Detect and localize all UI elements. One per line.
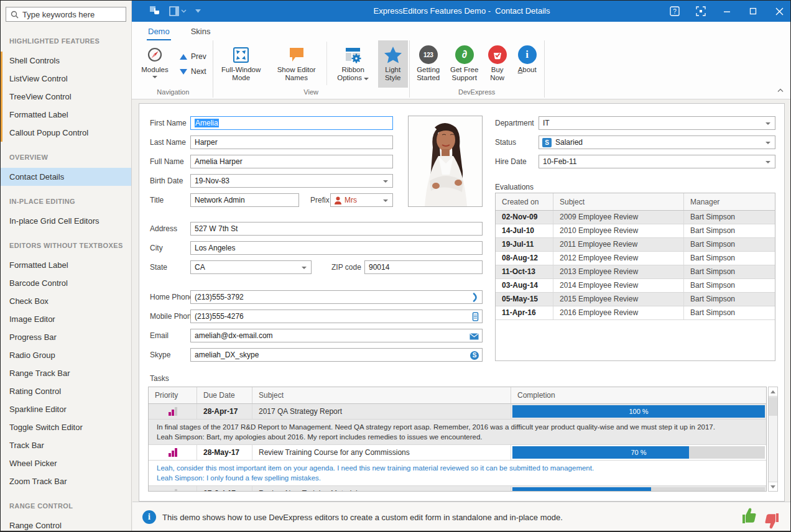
modules-button[interactable]: Modules xyxy=(135,40,175,88)
dropdown-arrow-icon[interactable] xyxy=(383,180,388,183)
sidebar-item-check-box[interactable]: Check Box xyxy=(1,292,131,310)
evaluation-row[interactable]: 08-Aug-122012 Employee ReviewBart Simpso… xyxy=(496,252,775,265)
help-icon[interactable]: ? xyxy=(670,6,680,16)
hire-date-combo[interactable]: 10-Feb-11 xyxy=(539,155,775,168)
department-combo[interactable]: IT xyxy=(539,116,775,130)
window-buttons: ? xyxy=(670,1,784,22)
get-free-support-button[interactable]: ∂ Get Free Support xyxy=(446,40,483,88)
sidebar-item-image-editor[interactable]: Image Editor xyxy=(1,310,131,328)
task-row[interactable]: 28-May-17Review Training Course for any … xyxy=(149,445,766,461)
full-window-mode-button[interactable]: Full-Window Mode xyxy=(215,40,268,88)
scrollbar-thumb[interactable] xyxy=(769,397,777,416)
sidebar-item-in-place-grid-cell-editors[interactable]: In-place Grid Cell Editors xyxy=(1,212,131,230)
toolbar-dropdown-icon[interactable] xyxy=(181,9,187,13)
evaluation-row[interactable]: 05-May-152015 Employee ReviewBart Simpso… xyxy=(496,293,775,306)
sidebar-item-treeview-control[interactable]: TreeView Control xyxy=(1,88,131,106)
collapse-ribbon-icon[interactable] xyxy=(777,84,784,95)
state-combo[interactable]: CA xyxy=(190,260,312,274)
state-label: State xyxy=(150,260,167,274)
sidebar-item-track-bar[interactable]: Track Bar xyxy=(1,436,131,454)
sidebar-item-progress-bar[interactable]: Progress Bar xyxy=(1,328,131,346)
city-input[interactable]: Los Angeles xyxy=(190,241,483,255)
eval-subject-cell: 2010 Employee Review xyxy=(553,224,684,237)
ribbon-options-button[interactable]: Ribbon Options xyxy=(328,40,378,88)
evaluation-row[interactable]: 03-Aug-142014 Employee ReviewBart Simpso… xyxy=(496,279,775,293)
sidebar-item-zoom-track-bar[interactable]: Zoom Track Bar xyxy=(1,472,131,490)
fullscreen-icon[interactable] xyxy=(696,6,706,16)
dropdown-arrow-icon[interactable] xyxy=(302,267,307,269)
evaluation-row[interactable]: 11-Oct-132013 Employee ReviewBart Simpso… xyxy=(496,265,775,279)
sidebar-item-shell-controls[interactable]: Shell Controls xyxy=(1,52,131,70)
tab-demo[interactable]: Demo xyxy=(147,24,171,40)
close-icon[interactable] xyxy=(774,6,784,16)
footer-bar: i This demo shows how to use DevExpress … xyxy=(132,502,791,531)
about-button[interactable]: i About xyxy=(512,40,543,88)
evaluation-row[interactable]: 19-Jul-112011 Employee ReviewBart Simpso… xyxy=(496,238,775,252)
thumbs-up-icon[interactable] xyxy=(741,507,758,526)
evaluation-row[interactable]: 14-Jul-102010 Employee ReviewBart Simpso… xyxy=(496,224,775,238)
search-input[interactable] xyxy=(22,10,132,19)
column-header-completion[interactable]: Completion xyxy=(511,387,766,403)
task-priority-cell xyxy=(149,404,197,419)
dropdown-arrow-icon[interactable] xyxy=(383,200,388,202)
last-name-input[interactable]: Harper xyxy=(190,135,393,149)
customize-toolbar-icon[interactable] xyxy=(169,6,179,16)
birth-date-combo[interactable]: 19-Nov-83 xyxy=(190,174,393,188)
task-row[interactable]: 28-Apr-172017 QA Strategy Report100 % xyxy=(149,404,766,420)
evaluation-row[interactable]: 11-Apr-162016 Employee ReviewBart Simpso… xyxy=(496,306,775,320)
touch-mode-icon[interactable] xyxy=(149,6,160,17)
first-name-input[interactable]: Amelia xyxy=(190,116,393,130)
maximize-icon[interactable] xyxy=(748,6,758,16)
column-header-subject[interactable]: Subject xyxy=(252,387,511,403)
sidebar-item-rating-control[interactable]: Rating Control xyxy=(1,382,131,400)
tasks-scrollbar[interactable] xyxy=(768,387,778,492)
buy-now-button[interactable]: Buy Now xyxy=(483,40,512,88)
sidebar-item-sparkline-editor[interactable]: Sparkline Editor xyxy=(1,400,131,418)
prev-button[interactable]: Prev xyxy=(180,52,206,61)
show-editor-names-button[interactable]: Show Editor Names xyxy=(268,40,325,88)
full-name-input[interactable]: Amelia Harper xyxy=(190,155,393,168)
sidebar-item-range-control[interactable]: Range Control xyxy=(1,516,131,531)
dropdown-arrow-icon[interactable] xyxy=(766,122,770,125)
prefix-combo[interactable]: Mrs xyxy=(330,193,393,207)
column-header-manager[interactable]: Manager xyxy=(684,193,775,210)
task-row[interactable]: 07-Jul-17Review New Training Material55 … xyxy=(149,486,766,492)
light-style-button[interactable]: Light Style xyxy=(378,40,408,88)
address-input[interactable]: 527 W 7th St xyxy=(190,222,483,236)
evaluation-row[interactable]: 02-Nov-092009 Employee ReviewBart Simpso… xyxy=(496,211,775,224)
scroll-down-icon[interactable] xyxy=(769,482,777,491)
sidebar-item-listview-control[interactable]: ListView Control xyxy=(1,70,131,88)
sidebar-item-range-track-bar[interactable]: Range Track Bar xyxy=(1,364,131,382)
minimize-icon[interactable] xyxy=(722,6,732,16)
task-note-line: Leah Simpson: I only found a few spellin… xyxy=(157,473,760,483)
column-header-due-date[interactable]: Due Date xyxy=(197,387,252,403)
sidebar-item-barcode-control[interactable]: Barcode Control xyxy=(1,274,131,292)
sidebar-item-formatted-label[interactable]: Formatted Label xyxy=(1,256,131,274)
dropdown-arrow-icon[interactable] xyxy=(766,161,770,163)
status-combo[interactable]: S Salaried xyxy=(539,135,775,149)
sidebar-item-toggle-switch-editor[interactable]: Toggle Switch Editor xyxy=(1,418,131,436)
column-header-created-on[interactable]: Created on xyxy=(496,193,553,210)
sidebar-item-callout-popup-control[interactable]: Callout Popup Control xyxy=(1,124,131,142)
next-button[interactable]: Next xyxy=(180,67,206,76)
scroll-up-icon[interactable] xyxy=(769,387,777,397)
search-box[interactable] xyxy=(6,7,126,22)
sidebar-item-contact-details[interactable]: Contact Details xyxy=(1,168,131,186)
dropdown-arrow-icon[interactable] xyxy=(766,142,770,144)
sidebar-item-radio-group[interactable]: Radio Group xyxy=(1,346,131,364)
sidebar-item-formatted-label[interactable]: Formatted Label xyxy=(1,106,131,124)
status-label: Status xyxy=(495,135,516,149)
qat-overflow-icon[interactable] xyxy=(195,9,201,13)
column-header-priority[interactable]: Priority xyxy=(149,387,197,403)
sidebar-item-wheel-picker[interactable]: Wheel Picker xyxy=(1,454,131,472)
zip-input[interactable]: 90014 xyxy=(364,260,483,274)
thumbs-down-icon[interactable] xyxy=(763,511,780,530)
tab-skins[interactable]: Skins xyxy=(190,24,212,40)
email-input[interactable]: ameliah@dx-email.com xyxy=(190,329,483,342)
skype-input[interactable]: ameliah_DX_skype S xyxy=(190,348,483,362)
home-phone-input[interactable]: (213)555-3792 xyxy=(190,290,483,304)
getting-started-button[interactable]: 123 Getting Started xyxy=(411,40,446,88)
title-input[interactable]: Network Admin xyxy=(190,193,299,207)
mobile-phone-input[interactable]: (213)555-4276 xyxy=(190,310,483,323)
column-header-subject[interactable]: Subject xyxy=(553,193,684,210)
